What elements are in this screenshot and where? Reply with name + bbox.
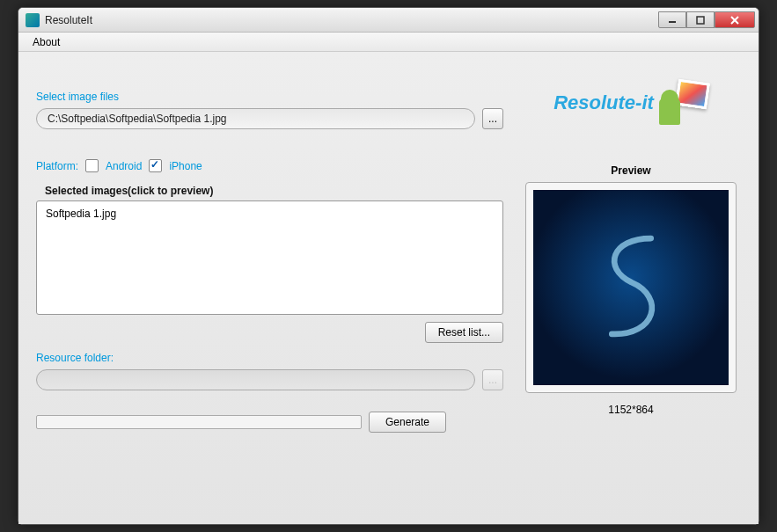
logo-text: Resolute-it bbox=[553, 91, 654, 114]
generate-button[interactable]: Generate bbox=[369, 412, 446, 433]
android-label: Android bbox=[106, 160, 142, 172]
selected-images-label: Selected images(click to preview) bbox=[45, 185, 503, 197]
minimize-button[interactable] bbox=[658, 11, 686, 28]
preview-label: Preview bbox=[611, 164, 650, 177]
menubar: About bbox=[18, 33, 759, 52]
select-files-label: Select image files bbox=[36, 91, 503, 103]
menu-about[interactable]: About bbox=[26, 34, 67, 50]
photo-icon bbox=[675, 79, 710, 110]
iphone-checkbox[interactable] bbox=[149, 159, 162, 172]
preview-image[interactable] bbox=[533, 190, 729, 385]
window-title: ResoluteIt bbox=[45, 14, 658, 26]
app-window: ResoluteIt About Select image files ... bbox=[18, 7, 759, 525]
selected-images-list[interactable]: Softpedia 1.jpg bbox=[36, 200, 503, 315]
app-logo: Resolute-it bbox=[521, 68, 741, 138]
resource-folder-label: Resource folder: bbox=[36, 352, 503, 364]
file-path-input[interactable] bbox=[36, 108, 475, 129]
titlebar[interactable]: ResoluteIt bbox=[18, 8, 759, 33]
platform-label: Platform: bbox=[36, 160, 78, 172]
maximize-button[interactable] bbox=[686, 11, 715, 28]
android-icon bbox=[659, 98, 680, 125]
close-icon bbox=[729, 16, 740, 25]
svg-rect-1 bbox=[697, 17, 704, 24]
preview-dimensions: 1152*864 bbox=[608, 404, 653, 416]
progress-bar bbox=[36, 415, 362, 429]
client-area: Select image files ... Platform: Android… bbox=[18, 52, 759, 524]
reset-list-button[interactable]: Reset list... bbox=[425, 322, 503, 343]
iphone-label: iPhone bbox=[169, 160, 202, 172]
browse-resource-button: ... bbox=[482, 369, 503, 390]
browse-files-button[interactable]: ... bbox=[482, 108, 503, 129]
android-checkbox[interactable] bbox=[85, 159, 99, 172]
list-item[interactable]: Softpedia 1.jpg bbox=[46, 207, 494, 221]
app-icon bbox=[26, 13, 40, 27]
close-button[interactable] bbox=[715, 11, 755, 28]
resource-folder-input bbox=[36, 369, 475, 390]
preview-box bbox=[525, 182, 737, 393]
minimize-icon bbox=[668, 16, 677, 25]
maximize-icon bbox=[696, 16, 705, 25]
